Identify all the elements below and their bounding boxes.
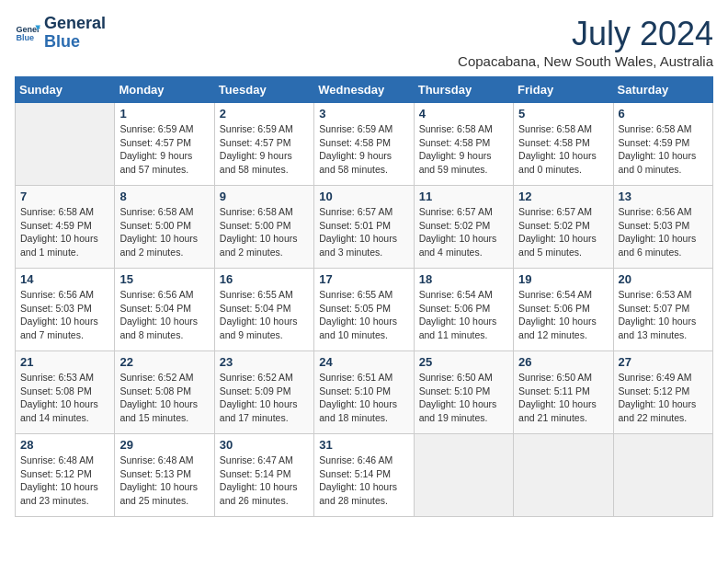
day-number: 20 xyxy=(619,272,708,286)
calendar-cell: 15Sunrise: 6:56 AM Sunset: 5:04 PM Dayli… xyxy=(115,269,214,351)
day-info: Sunrise: 6:58 AM Sunset: 4:58 PM Dayligh… xyxy=(419,122,508,177)
day-number: 7 xyxy=(20,190,109,203)
day-info: Sunrise: 6:51 AM Sunset: 5:10 PM Dayligh… xyxy=(319,371,408,425)
calendar-cell: 23Sunrise: 6:52 AM Sunset: 5:09 PM Dayli… xyxy=(214,351,313,434)
calendar-cell: 12Sunrise: 6:57 AM Sunset: 5:02 PM Dayli… xyxy=(514,186,613,269)
calendar-cell: 6Sunrise: 6:58 AM Sunset: 4:59 PM Daylig… xyxy=(613,103,712,186)
calendar-cell: 26Sunrise: 6:50 AM Sunset: 5:11 PM Dayli… xyxy=(514,351,613,434)
calendar-cell xyxy=(414,434,513,517)
day-info: Sunrise: 6:58 AM Sunset: 4:58 PM Dayligh… xyxy=(518,122,608,177)
day-info: Sunrise: 6:58 AM Sunset: 4:59 PM Dayligh… xyxy=(20,205,109,259)
month-title: July 2024 xyxy=(458,15,713,53)
calendar-cell: 21Sunrise: 6:53 AM Sunset: 5:08 PM Dayli… xyxy=(16,351,115,434)
day-info: Sunrise: 6:50 AM Sunset: 5:10 PM Dayligh… xyxy=(419,371,508,425)
page-header: General Blue General Blue July 2024 Copa… xyxy=(15,15,713,69)
day-number: 8 xyxy=(119,190,209,203)
calendar-cell: 8Sunrise: 6:58 AM Sunset: 5:00 PM Daylig… xyxy=(115,186,214,269)
header-day-saturday: Saturday xyxy=(613,77,712,103)
day-info: Sunrise: 6:54 AM Sunset: 5:06 PM Dayligh… xyxy=(518,288,608,342)
day-info: Sunrise: 6:46 AM Sunset: 5:14 PM Dayligh… xyxy=(319,454,408,508)
day-number: 27 xyxy=(619,355,708,369)
day-info: Sunrise: 6:50 AM Sunset: 5:11 PM Dayligh… xyxy=(518,371,608,425)
calendar-week-1: 1Sunrise: 6:59 AM Sunset: 4:57 PM Daylig… xyxy=(16,103,713,186)
day-number: 4 xyxy=(419,107,508,121)
day-info: Sunrise: 6:48 AM Sunset: 5:13 PM Dayligh… xyxy=(119,454,209,508)
day-info: Sunrise: 6:54 AM Sunset: 5:06 PM Dayligh… xyxy=(419,288,508,342)
title-block: July 2024 Copacabana, New South Wales, A… xyxy=(458,15,713,69)
day-info: Sunrise: 6:58 AM Sunset: 4:59 PM Dayligh… xyxy=(619,122,708,177)
day-number: 16 xyxy=(220,272,309,286)
day-number: 18 xyxy=(419,272,508,286)
day-number: 6 xyxy=(619,107,708,121)
day-info: Sunrise: 6:55 AM Sunset: 5:04 PM Dayligh… xyxy=(220,288,309,342)
day-number: 12 xyxy=(518,190,608,203)
header-day-friday: Friday xyxy=(514,77,613,103)
day-info: Sunrise: 6:48 AM Sunset: 5:12 PM Dayligh… xyxy=(20,454,109,508)
day-info: Sunrise: 6:59 AM Sunset: 4:57 PM Dayligh… xyxy=(220,122,309,177)
day-info: Sunrise: 6:49 AM Sunset: 5:12 PM Dayligh… xyxy=(619,371,708,425)
day-info: Sunrise: 6:57 AM Sunset: 5:01 PM Dayligh… xyxy=(319,205,408,259)
day-info: Sunrise: 6:57 AM Sunset: 5:02 PM Dayligh… xyxy=(419,205,508,259)
day-info: Sunrise: 6:52 AM Sunset: 5:09 PM Dayligh… xyxy=(220,371,309,425)
calendar-cell: 24Sunrise: 6:51 AM Sunset: 5:10 PM Dayli… xyxy=(314,351,414,434)
calendar-cell: 29Sunrise: 6:48 AM Sunset: 5:13 PM Dayli… xyxy=(115,434,214,517)
calendar-table: SundayMondayTuesdayWednesdayThursdayFrid… xyxy=(15,76,713,517)
day-number: 2 xyxy=(220,107,309,121)
day-number: 29 xyxy=(119,438,209,452)
header-day-monday: Monday xyxy=(115,77,214,103)
calendar-cell: 13Sunrise: 6:56 AM Sunset: 5:03 PM Dayli… xyxy=(613,186,712,269)
logo: General Blue General Blue xyxy=(15,15,106,52)
calendar-week-5: 28Sunrise: 6:48 AM Sunset: 5:12 PM Dayli… xyxy=(16,434,713,517)
calendar-cell: 7Sunrise: 6:58 AM Sunset: 4:59 PM Daylig… xyxy=(16,186,115,269)
calendar-week-4: 21Sunrise: 6:53 AM Sunset: 5:08 PM Dayli… xyxy=(16,351,713,434)
calendar-cell: 4Sunrise: 6:58 AM Sunset: 4:58 PM Daylig… xyxy=(414,103,513,186)
calendar-cell: 22Sunrise: 6:52 AM Sunset: 5:08 PM Dayli… xyxy=(115,351,214,434)
day-info: Sunrise: 6:53 AM Sunset: 5:07 PM Dayligh… xyxy=(619,288,708,342)
day-info: Sunrise: 6:55 AM Sunset: 5:05 PM Dayligh… xyxy=(319,288,408,342)
day-info: Sunrise: 6:47 AM Sunset: 5:14 PM Dayligh… xyxy=(220,454,309,508)
day-number: 9 xyxy=(220,190,309,203)
calendar-week-2: 7Sunrise: 6:58 AM Sunset: 4:59 PM Daylig… xyxy=(16,186,713,269)
calendar-cell: 9Sunrise: 6:58 AM Sunset: 5:00 PM Daylig… xyxy=(214,186,313,269)
day-number: 26 xyxy=(518,355,608,369)
day-number: 28 xyxy=(20,438,109,452)
calendar-cell: 27Sunrise: 6:49 AM Sunset: 5:12 PM Dayli… xyxy=(613,351,712,434)
location-subtitle: Copacabana, New South Wales, Australia xyxy=(458,53,713,69)
header-day-sunday: Sunday xyxy=(16,77,115,103)
day-number: 19 xyxy=(518,272,608,286)
day-number: 11 xyxy=(419,190,508,203)
day-number: 22 xyxy=(119,355,209,369)
day-number: 14 xyxy=(20,272,109,286)
calendar-week-3: 14Sunrise: 6:56 AM Sunset: 5:03 PM Dayli… xyxy=(16,269,713,351)
day-number: 1 xyxy=(119,107,209,121)
calendar-cell: 5Sunrise: 6:58 AM Sunset: 4:58 PM Daylig… xyxy=(514,103,613,186)
calendar-cell: 25Sunrise: 6:50 AM Sunset: 5:10 PM Dayli… xyxy=(414,351,513,434)
calendar-cell: 16Sunrise: 6:55 AM Sunset: 5:04 PM Dayli… xyxy=(214,269,313,351)
day-number: 21 xyxy=(20,355,109,369)
calendar-cell xyxy=(16,103,115,186)
header-day-thursday: Thursday xyxy=(414,77,513,103)
day-info: Sunrise: 6:58 AM Sunset: 5:00 PM Dayligh… xyxy=(220,205,309,259)
day-number: 15 xyxy=(119,272,209,286)
calendar-cell xyxy=(613,434,712,517)
calendar-cell: 14Sunrise: 6:56 AM Sunset: 5:03 PM Dayli… xyxy=(16,269,115,351)
calendar-cell: 31Sunrise: 6:46 AM Sunset: 5:14 PM Dayli… xyxy=(314,434,414,517)
day-number: 31 xyxy=(319,438,408,452)
calendar-cell: 11Sunrise: 6:57 AM Sunset: 5:02 PM Dayli… xyxy=(414,186,513,269)
day-info: Sunrise: 6:57 AM Sunset: 5:02 PM Dayligh… xyxy=(518,205,608,259)
day-info: Sunrise: 6:59 AM Sunset: 4:57 PM Dayligh… xyxy=(119,122,209,177)
day-number: 24 xyxy=(319,355,408,369)
calendar-cell xyxy=(514,434,613,517)
calendar-cell: 10Sunrise: 6:57 AM Sunset: 5:01 PM Dayli… xyxy=(314,186,414,269)
calendar-cell: 17Sunrise: 6:55 AM Sunset: 5:05 PM Dayli… xyxy=(314,269,414,351)
day-number: 3 xyxy=(319,107,408,121)
calendar-cell: 2Sunrise: 6:59 AM Sunset: 4:57 PM Daylig… xyxy=(214,103,313,186)
day-info: Sunrise: 6:56 AM Sunset: 5:03 PM Dayligh… xyxy=(619,205,708,259)
day-number: 13 xyxy=(619,190,708,203)
day-number: 25 xyxy=(419,355,508,369)
day-info: Sunrise: 6:52 AM Sunset: 5:08 PM Dayligh… xyxy=(119,371,209,425)
calendar-cell: 28Sunrise: 6:48 AM Sunset: 5:12 PM Dayli… xyxy=(16,434,115,517)
day-number: 30 xyxy=(220,438,309,452)
day-info: Sunrise: 6:53 AM Sunset: 5:08 PM Dayligh… xyxy=(20,371,109,425)
calendar-header-row: SundayMondayTuesdayWednesdayThursdayFrid… xyxy=(16,77,713,103)
